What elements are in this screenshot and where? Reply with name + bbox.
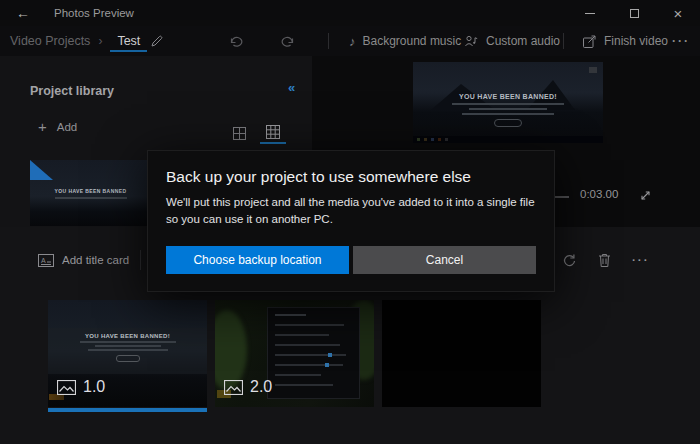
preview-banner-button-shape bbox=[494, 119, 522, 127]
timeline-clip-3[interactable] bbox=[382, 300, 541, 407]
toolbar-divider bbox=[563, 33, 564, 49]
breadcrumb-video-projects[interactable]: Video Projects bbox=[10, 34, 90, 48]
background-music-button[interactable]: ♪ Background music bbox=[349, 26, 461, 56]
trash-icon bbox=[598, 253, 611, 268]
screenshot-corner-icon bbox=[589, 67, 597, 73]
photos-app-window: ← Photos Preview × Video Projects › Test bbox=[0, 0, 700, 444]
clip-settings-overlay bbox=[267, 307, 360, 399]
close-icon: × bbox=[674, 5, 683, 22]
clip-label: 2.0 bbox=[224, 378, 272, 396]
finish-video-icon bbox=[582, 34, 597, 49]
toolbar-divider bbox=[328, 33, 329, 49]
expand-preview-button[interactable] bbox=[636, 186, 654, 204]
image-icon bbox=[57, 380, 76, 395]
titlebar: ← Photos Preview × bbox=[0, 0, 700, 26]
custom-audio-label: Custom audio bbox=[486, 34, 560, 48]
grid-view-small-button[interactable] bbox=[226, 122, 252, 144]
more-icon: ··· bbox=[632, 254, 650, 266]
timeline-more-button[interactable]: ··· bbox=[632, 245, 650, 275]
back-button[interactable]: ← bbox=[6, 0, 40, 26]
timeline-toolbar-divider bbox=[140, 250, 141, 270]
more-icon: ··· bbox=[672, 34, 690, 48]
timeline-clip-1[interactable]: YOU HAVE BEEN BANNED! 1.0 bbox=[48, 300, 207, 407]
clip-selection-indicator bbox=[48, 408, 207, 412]
command-toolbar: Video Projects › Test ♪ Background music bbox=[0, 26, 700, 56]
redo-icon bbox=[281, 34, 296, 48]
library-media-thumbnail[interactable]: YOU HAVE BEEN BANNED bbox=[30, 160, 151, 226]
delete-clip-button[interactable] bbox=[598, 245, 611, 275]
more-options-button[interactable]: ··· bbox=[672, 26, 690, 56]
collapse-chevron-icon: « bbox=[288, 80, 295, 95]
grid-2x2-icon bbox=[233, 127, 246, 140]
minimize-icon bbox=[585, 13, 595, 14]
screenshot-taskbar-strip bbox=[413, 136, 603, 143]
rotate-clip-button[interactable] bbox=[561, 245, 577, 275]
preview-banner: YOU HAVE BEEN BANNED! bbox=[413, 93, 603, 127]
add-media-button[interactable]: + Add bbox=[38, 118, 77, 135]
expand-icon bbox=[639, 189, 652, 202]
redo-button[interactable] bbox=[281, 26, 296, 56]
collapse-panel-button[interactable]: « bbox=[288, 80, 295, 95]
music-note-icon: ♪ bbox=[349, 34, 356, 49]
grid-3x3-icon bbox=[266, 125, 280, 139]
dialog-title: Back up your project to use somewhere el… bbox=[166, 168, 536, 186]
library-heading: Project library bbox=[30, 84, 114, 98]
image-icon bbox=[224, 380, 243, 395]
clip-label: 1.0 bbox=[57, 378, 105, 396]
background-music-label: Background music bbox=[363, 34, 462, 48]
video-preview-frame[interactable]: YOU HAVE BEEN BANNED! bbox=[413, 62, 603, 143]
library-thumb-banner: YOU HAVE BEEN BANNED bbox=[30, 188, 151, 199]
close-button[interactable]: × bbox=[656, 0, 700, 26]
finish-video-label: Finish video bbox=[604, 34, 668, 48]
playback-time: 0:03.00 bbox=[580, 188, 618, 200]
minimize-button[interactable] bbox=[568, 0, 612, 26]
clip-banner: YOU HAVE BEEN BANNED! bbox=[48, 333, 207, 362]
maximize-button[interactable] bbox=[612, 0, 656, 26]
add-title-card-button[interactable]: A Add title card bbox=[38, 245, 129, 275]
add-title-card-label: Add title card bbox=[62, 254, 129, 266]
backup-dialog: Back up your project to use somewhere el… bbox=[147, 150, 555, 292]
plus-icon: + bbox=[38, 118, 47, 135]
rotate-icon bbox=[561, 252, 577, 268]
maximize-icon bbox=[630, 9, 639, 18]
window-controls: × bbox=[568, 0, 700, 26]
back-arrow-icon: ← bbox=[16, 5, 30, 21]
choose-backup-location-button[interactable]: Choose backup location bbox=[166, 246, 349, 274]
custom-audio-button[interactable]: Custom audio bbox=[464, 26, 560, 56]
title-card-icon: A bbox=[38, 254, 54, 267]
finish-video-button[interactable]: Finish video bbox=[582, 26, 668, 56]
breadcrumb: Video Projects › Test bbox=[10, 26, 147, 56]
breadcrumb-project-name[interactable]: Test bbox=[110, 30, 147, 52]
undo-icon bbox=[228, 34, 243, 48]
timeline-clip-2[interactable]: 2.0 bbox=[215, 300, 374, 407]
dialog-body-text: We'll put this project and all the media… bbox=[166, 194, 536, 229]
svg-text:A: A bbox=[41, 256, 46, 263]
app-title: Photos Preview bbox=[54, 0, 134, 26]
pencil-icon bbox=[150, 34, 164, 48]
preview-banner-title: YOU HAVE BEEN BANNED! bbox=[413, 93, 603, 100]
add-label: Add bbox=[57, 121, 77, 133]
breadcrumb-chevron-icon: › bbox=[98, 34, 102, 48]
grid-view-large-button[interactable] bbox=[260, 122, 286, 144]
selected-triangle-icon bbox=[30, 160, 53, 180]
custom-audio-icon bbox=[464, 34, 479, 48]
undo-button[interactable] bbox=[228, 26, 243, 56]
dialog-actions: Choose backup location Cancel bbox=[166, 246, 536, 274]
cancel-button[interactable]: Cancel bbox=[353, 246, 536, 274]
rename-project-button[interactable] bbox=[150, 26, 164, 56]
